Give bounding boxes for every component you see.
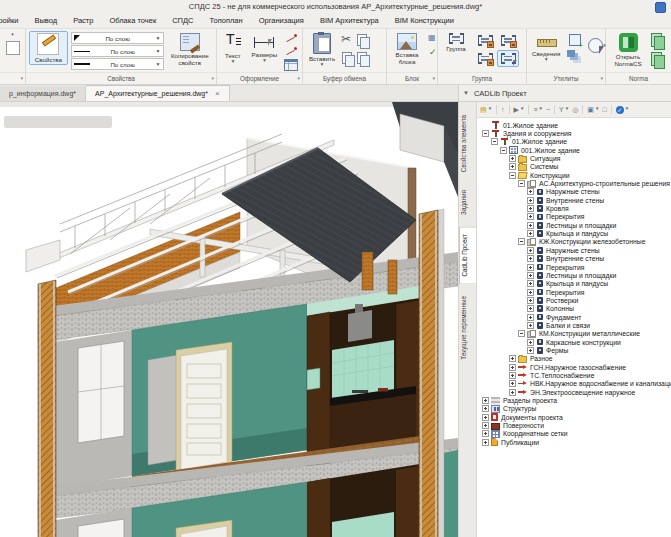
expand-icon[interactable] [527,247,534,254]
expand-icon[interactable] [509,389,516,396]
multileader-button[interactable] [283,45,299,57]
expand-icon[interactable] [527,314,534,321]
chevron-down-icon[interactable]: ▼ [488,107,492,112]
menu-item-3[interactable]: Облака точек [101,16,164,25]
side-tab-3[interactable]: Текущие переменные [459,289,476,367]
chevron-down-icon[interactable]: ▼ [565,107,569,112]
expand-icon[interactable] [527,272,534,279]
collapse-icon[interactable] [518,330,525,337]
dialog-launcher-icon[interactable]: ▾ [432,73,435,84]
collapse-icon[interactable] [491,138,498,145]
expand-icon[interactable] [527,205,534,212]
cut-button[interactable] [341,32,355,49]
expand-icon[interactable] [482,422,489,429]
expand-icon[interactable] [527,280,534,287]
model-viewport[interactable] [0,102,458,537]
tree-item[interactable]: ЭН.Электроосвещение наружное [479,388,671,396]
collapse-icon[interactable] [518,238,525,245]
dialog-launcher-icon[interactable]: ▾ [297,73,300,84]
tree-item[interactable]: Фундамент [479,313,671,321]
collapse-icon[interactable] [509,172,516,179]
close-icon[interactable]: × [215,89,220,98]
color-bylayer-select[interactable]: По слою▼ [71,32,164,44]
expand-icon[interactable] [482,439,489,446]
expand-icon[interactable] [527,188,534,195]
expand-icon[interactable] [527,322,534,329]
tree-item[interactable]: Балки и связи [479,321,671,329]
collapse-icon[interactable] [518,180,525,187]
tree-item[interactable]: Системы [479,163,671,171]
properties-button[interactable]: Свойства [29,31,68,65]
expand-icon[interactable] [509,163,516,170]
tree-item[interactable]: Наружные стены [479,246,671,254]
menu-item-6[interactable]: Организация [251,16,312,25]
apply-button[interactable]: ✓▼ [615,105,630,115]
expand-icon[interactable] [527,213,534,220]
expand-icon[interactable] [482,414,489,421]
expand-icon[interactable] [509,372,516,379]
remove-from-group-button[interactable] [497,32,519,49]
dialog-launcher-icon[interactable]: ▾ [600,73,603,84]
chevron-down-icon[interactable]: ▼ [539,107,543,112]
chevron-down-icon[interactable]: ▼ [520,107,524,112]
tree-item[interactable]: Крыльца и пандусы [479,280,671,288]
tree-item[interactable]: Координатные сетки [479,430,671,438]
tree-item[interactable]: Фермы [479,346,671,354]
tree-item[interactable]: Лестницы и площадки [479,221,671,229]
tree-item[interactable]: Колонны [479,305,671,313]
tree-item[interactable]: Внутренние стены [479,255,671,263]
expand-icon[interactable] [527,289,534,296]
tree-item[interactable]: Разное [479,355,671,363]
leader-button[interactable] [283,32,299,44]
tree-item[interactable]: Кровля [479,204,671,212]
expand-icon[interactable] [527,255,534,262]
expand-icon[interactable] [527,197,534,204]
paste-button[interactable]: Вставить▼ [306,31,338,68]
measure-area-button[interactable] [565,33,584,47]
tree-item[interactable]: КЖ.Конструкции железобетонные [479,238,671,246]
dimensions-button[interactable]: Размеры▼ [249,31,280,64]
document-tab-1[interactable]: AP_Архитектурные_решения.dwg*× [86,85,230,101]
copy-button[interactable] [341,50,355,67]
tree-item[interactable]: Перекрытия [479,263,671,271]
export-button[interactable]: ▤▼ [479,105,493,114]
sort-button[interactable]: ≡▼ [532,105,544,114]
normacs-find-button[interactable] [650,32,666,50]
expand-icon[interactable] [527,347,534,354]
insert-block-button[interactable]: Вставка блока [390,31,424,67]
chevron-down-icon[interactable]: ▼ [595,107,599,112]
expand-icon[interactable] [482,397,489,404]
text-button[interactable]: Текст▼ [220,31,246,65]
tree-item[interactable]: АС.Архитектурно-строительные решения [479,179,671,187]
tree-item[interactable]: Поверхности [479,421,671,429]
tree-item[interactable]: Ситуация [479,154,671,162]
add-to-group-button[interactable] [474,32,496,49]
tree-item[interactable]: Наружные стены [479,188,671,196]
expand-icon[interactable] [527,339,534,346]
tree-item[interactable]: Документы проекта [479,413,671,421]
tree-item[interactable]: Перекрытия [479,288,671,296]
side-tab-0[interactable]: Свойства элемента [459,108,476,179]
tree-item[interactable]: 01.Жилое здание [479,121,671,129]
quick-select-button[interactable]: ▾ [587,32,607,58]
tree-item[interactable]: Лестницы и площадки [479,271,671,279]
tree-item[interactable]: Структуры [479,405,671,413]
tree-item[interactable]: Перекрытия [479,213,671,221]
menu-item-5[interactable]: Топоплан [201,16,250,25]
open-normacs-button[interactable]: Открыть NormaCS [609,31,647,69]
windows-button[interactable]: ▣▼ [586,105,600,114]
menu-item-0[interactable]: тройки [0,16,26,25]
menu-item-1[interactable]: Вывод [26,16,65,25]
expand-icon[interactable] [482,430,489,437]
tree-item[interactable]: НВК.Наружное водоснабжение и канализация [479,380,671,388]
collapse-icon[interactable] [482,130,489,137]
chevron-down-icon[interactable]: ▼ [625,107,629,112]
table-button[interactable] [283,58,299,72]
linetype-bylayer-select[interactable]: По слою▼ [71,45,164,57]
expand-icon[interactable] [527,305,534,312]
tree-item[interactable]: ТС.Теплоснабжение [479,371,671,379]
menu-item-2[interactable]: Растр [65,16,101,25]
tree-item[interactable]: КМ.Конструкции металлические [479,330,671,338]
play-button[interactable]: ▶▼ [513,105,526,114]
tree-item[interactable]: 01.Жилое здание [479,138,671,146]
